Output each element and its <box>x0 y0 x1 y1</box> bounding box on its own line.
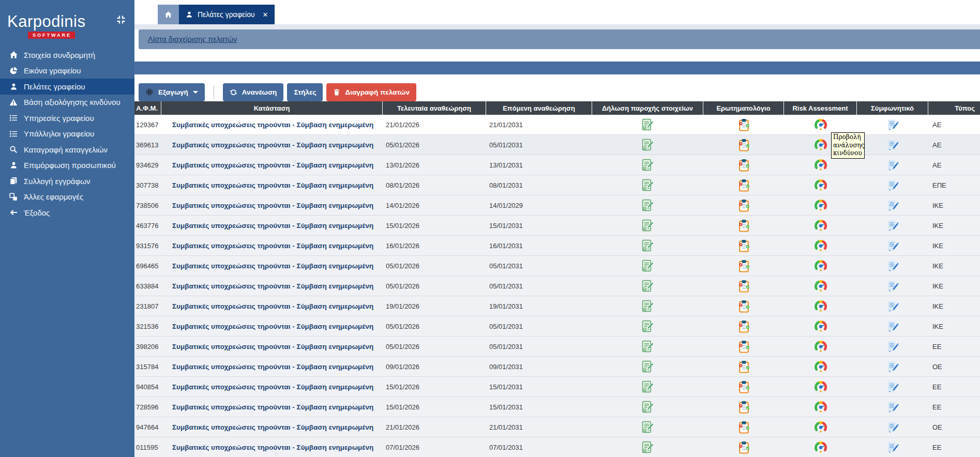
risk-gauge-icon[interactable] <box>814 199 827 212</box>
questionnaire-icon[interactable] <box>737 300 750 313</box>
cell-questionnaire[interactable] <box>703 256 784 276</box>
tab-home[interactable] <box>158 5 179 24</box>
table-row[interactable]: 398206Συμβατικές υποχρεώσεις τηρούνται -… <box>134 337 980 357</box>
cell-declaration[interactable] <box>592 115 703 134</box>
cell-risk-gauge[interactable] <box>784 316 857 336</box>
cell-risk-gauge[interactable] <box>784 256 857 276</box>
collapse-sidebar-icon[interactable] <box>116 14 126 25</box>
agreement-icon[interactable] <box>886 179 899 192</box>
tab-customers[interactable]: Πελάτες γραφείου ✕ <box>179 5 275 24</box>
delete-customers-button[interactable]: Διαγραφή πελατών <box>326 83 416 101</box>
declaration-icon[interactable] <box>641 239 654 252</box>
risk-gauge-icon[interactable] <box>814 118 827 131</box>
questionnaire-icon[interactable] <box>737 159 750 172</box>
table-row[interactable]: 231807Συμβατικές υποχρεώσεις τηρούνται -… <box>134 296 980 316</box>
cell-risk-gauge[interactable] <box>784 377 857 397</box>
agreement-icon[interactable] <box>886 320 899 333</box>
sidebar-item-3[interactable]: Βάση αξιολόγησης κινδύνου <box>0 95 134 111</box>
agreement-icon[interactable] <box>886 139 899 151</box>
agreement-icon[interactable] <box>886 239 899 252</box>
cell-agreement[interactable] <box>857 155 928 175</box>
declaration-icon[interactable] <box>641 421 654 434</box>
risk-gauge-icon[interactable] <box>814 259 827 272</box>
cell-agreement[interactable] <box>857 316 928 336</box>
questionnaire-icon[interactable] <box>737 219 750 232</box>
sidebar-item-1[interactable]: Εικόνα γραφείου <box>0 63 134 79</box>
refresh-button[interactable]: Ανανέωση <box>223 83 284 101</box>
risk-gauge-icon[interactable] <box>814 319 827 333</box>
cell-declaration[interactable] <box>592 175 703 195</box>
table-row[interactable]: 307738Συμβατικές υποχρεώσεις τηρούνται -… <box>134 175 980 195</box>
risk-gauge-icon[interactable] <box>814 360 827 373</box>
declaration-icon[interactable] <box>641 340 654 353</box>
cell-risk-gauge[interactable] <box>784 175 857 195</box>
sidebar-item-4[interactable]: Υπηρεσίες γραφείου <box>0 110 134 126</box>
agreement-icon[interactable] <box>886 118 899 131</box>
agreement-icon[interactable] <box>886 380 899 393</box>
cell-questionnaire[interactable] <box>703 377 784 397</box>
declaration-icon[interactable] <box>641 441 654 454</box>
cell-declaration[interactable] <box>592 216 703 235</box>
cell-questionnaire[interactable] <box>703 276 784 296</box>
table-row[interactable]: 728596Συμβατικές υποχρεώσεις τηρούνται -… <box>134 397 980 417</box>
declaration-icon[interactable] <box>641 300 654 313</box>
sidebar-item-10[interactable]: Έξοδος <box>0 205 134 221</box>
cell-risk-gauge[interactable] <box>784 397 857 417</box>
cell-agreement[interactable] <box>857 437 928 457</box>
declaration-icon[interactable] <box>641 219 654 232</box>
cell-declaration[interactable] <box>592 437 703 457</box>
cell-declaration[interactable] <box>592 155 703 175</box>
cell-questionnaire[interactable] <box>703 337 784 356</box>
cell-questionnaire[interactable] <box>703 437 784 457</box>
risk-gauge-icon[interactable] <box>814 239 827 252</box>
declaration-icon[interactable] <box>641 159 654 172</box>
cell-risk-gauge[interactable] <box>784 357 857 376</box>
declaration-icon[interactable] <box>641 199 654 212</box>
cell-agreement[interactable] <box>857 337 928 356</box>
agreement-icon[interactable] <box>886 280 899 293</box>
cell-risk-gauge[interactable] <box>784 236 857 255</box>
agreement-icon[interactable] <box>886 421 899 434</box>
declaration-icon[interactable] <box>641 360 654 373</box>
column-header-type[interactable]: Τύπος <box>928 101 980 115</box>
cell-agreement[interactable] <box>857 357 928 376</box>
questionnaire-icon[interactable] <box>737 360 750 373</box>
sidebar-item-6[interactable]: Καταγραφή καταγγελιών <box>0 142 134 158</box>
questionnaire-icon[interactable] <box>737 421 750 434</box>
agreement-icon[interactable] <box>886 260 899 272</box>
declaration-icon[interactable] <box>641 280 654 293</box>
table-row[interactable]: 633884Συμβατικές υποχρεώσεις τηρούνται -… <box>134 276 980 296</box>
questionnaire-icon[interactable] <box>737 441 750 454</box>
cell-agreement[interactable] <box>857 417 928 437</box>
agreement-icon[interactable] <box>886 360 899 373</box>
questionnaire-icon[interactable] <box>737 280 750 293</box>
agreement-icon[interactable] <box>886 340 899 353</box>
risk-gauge-icon[interactable] <box>814 440 827 454</box>
questionnaire-icon[interactable] <box>737 179 750 192</box>
sidebar-item-9[interactable]: Άλλες εφαρμογές <box>0 189 134 205</box>
agreement-icon[interactable] <box>886 441 899 454</box>
cell-questionnaire[interactable] <box>703 175 784 195</box>
cell-questionnaire[interactable] <box>703 115 784 134</box>
sidebar-item-0[interactable]: Στοιχεία συνδρομητή <box>0 47 134 63</box>
table-row[interactable]: 011595Συμβατικές υποχρεώσεις τηρούνται -… <box>134 437 980 457</box>
agreement-icon[interactable] <box>886 401 899 414</box>
table-row[interactable]: 696465Συμβατικές υποχρεώσεις τηρούνται -… <box>134 256 980 276</box>
cell-questionnaire[interactable] <box>703 296 784 316</box>
cell-agreement[interactable] <box>857 135 928 155</box>
table-row[interactable]: 463776Συμβατικές υποχρεώσεις τηρούνται -… <box>134 216 980 236</box>
risk-gauge-icon[interactable] <box>814 219 827 232</box>
cell-risk-gauge[interactable] <box>784 216 857 235</box>
cell-declaration[interactable] <box>592 377 703 397</box>
agreement-icon[interactable] <box>886 159 899 172</box>
cell-declaration[interactable] <box>592 296 703 316</box>
cell-declaration[interactable] <box>592 337 703 356</box>
agreement-icon[interactable] <box>886 219 899 232</box>
cell-agreement[interactable] <box>857 296 928 316</box>
cell-questionnaire[interactable] <box>703 135 784 155</box>
column-header-risk-assessment[interactable]: Risk Assessment <box>784 101 857 115</box>
questionnaire-icon[interactable] <box>737 260 750 272</box>
questionnaire-icon[interactable] <box>737 340 750 353</box>
cell-questionnaire[interactable] <box>703 417 784 437</box>
columns-button[interactable]: Στήλες <box>287 83 323 101</box>
